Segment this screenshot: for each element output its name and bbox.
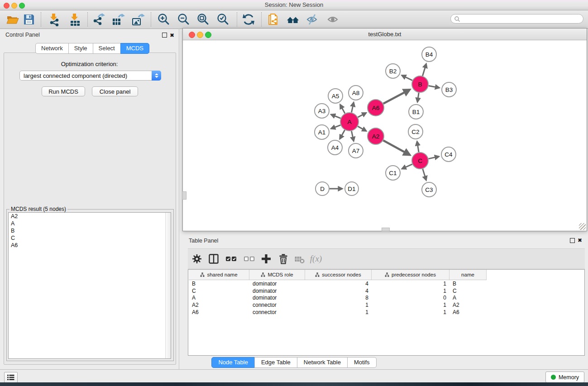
mcds-result-item[interactable]: A (9, 220, 171, 227)
save-session-icon[interactable] (22, 12, 36, 27)
search-input[interactable] (460, 15, 575, 23)
table-row[interactable]: Adominator80A (189, 295, 585, 302)
cell-shared-name[interactable]: C (189, 288, 249, 294)
edge-A-A8[interactable] (352, 102, 354, 112)
table-row[interactable]: Cdominator41C (189, 287, 585, 295)
table-panel-float-icon[interactable] (570, 238, 575, 243)
cell-shared-name[interactable]: A (189, 295, 249, 301)
cell-successor-nodes[interactable]: 8 (305, 295, 372, 301)
select-all-columns-icon[interactable] (225, 252, 238, 266)
export-network-icon[interactable] (91, 12, 106, 27)
result-list-scrollbar[interactable] (165, 213, 171, 358)
tab-node-table[interactable]: Node Table (211, 357, 255, 368)
column-header-MCDS-role[interactable]: MCDS role (249, 270, 305, 280)
import-table-icon[interactable] (68, 12, 82, 27)
toggle-column-views-icon[interactable] (207, 252, 220, 266)
tab-mcds[interactable]: MCDS (120, 43, 149, 54)
column-header-shared-name[interactable]: shared name (189, 270, 249, 280)
run-mcds-button[interactable]: Run MCDS (42, 86, 85, 96)
table-panel-close-icon[interactable]: ✖ (578, 238, 582, 243)
column-header-predecessor-nodes[interactable]: predecessor nodes (372, 270, 449, 280)
edge-C-C4[interactable] (429, 157, 439, 159)
mcds-result-item[interactable]: A6 (9, 242, 171, 249)
cell-name[interactable]: B (449, 281, 487, 287)
mcds-result-item[interactable]: C (9, 234, 171, 242)
cell-shared-name[interactable]: B (189, 281, 249, 287)
edge-A-A2[interactable] (358, 126, 366, 131)
cell-predecessor-nodes[interactable]: 1 (372, 281, 449, 287)
tab-select[interactable]: Select (93, 43, 121, 54)
hide-graphics-details-icon[interactable] (305, 12, 320, 27)
cell-name[interactable]: C (449, 288, 487, 294)
edge-A-A4[interactable] (340, 130, 345, 139)
network-window-titlebar[interactable]: testGlobe.txt (183, 29, 587, 40)
deselect-all-columns-icon[interactable] (243, 252, 256, 266)
mcds-result-item[interactable]: A2 (9, 213, 171, 220)
mcds-result-list[interactable]: A2ABCA6 (8, 212, 171, 359)
network-resize-grip[interactable] (579, 223, 586, 230)
network-graph-canvas[interactable]: AA1A3A5A8A4A7A6A2BB2B4B3B1CC2C4C1C3DD1 (183, 40, 587, 231)
edge-A-A5[interactable] (340, 105, 345, 113)
edge-A-A6[interactable] (358, 113, 366, 117)
cell-successor-nodes[interactable]: 1 (305, 302, 372, 308)
show-graphics-details-icon[interactable] (326, 12, 340, 27)
zoom-fit-icon[interactable] (196, 12, 210, 27)
edge-C-C3[interactable] (423, 169, 426, 180)
table-row[interactable]: A2connector11A2 (189, 301, 585, 309)
edge-B-B3[interactable] (429, 86, 440, 88)
cell-name[interactable]: A (449, 295, 487, 301)
cell-shared-name[interactable]: A2 (189, 302, 249, 308)
cell-predecessor-nodes[interactable]: 1 (372, 288, 449, 294)
zoom-in-icon[interactable] (156, 12, 171, 27)
cell-successor-nodes[interactable]: 1 (305, 309, 372, 315)
edge-A-A1[interactable] (331, 125, 341, 129)
mcds-result-item[interactable]: B (9, 227, 171, 234)
cell-MCDS-role[interactable]: connector (249, 309, 305, 315)
search-field[interactable] (450, 14, 583, 24)
cell-predecessor-nodes[interactable]: 0 (372, 295, 449, 301)
table-row[interactable]: A6connector11A6 (189, 309, 585, 316)
zoom-out-icon[interactable] (176, 12, 191, 27)
tab-network-table[interactable]: Network Table (297, 357, 348, 368)
edge-B-B1[interactable] (417, 93, 419, 102)
tab-edge-table[interactable]: Edge Table (254, 357, 297, 368)
network-vertical-scrollbar[interactable] (182, 191, 186, 200)
edge-C-C2[interactable] (417, 142, 419, 152)
edge-C-C1[interactable] (402, 164, 412, 169)
node-table[interactable]: shared name MCDS role successor nodes pr… (188, 269, 585, 356)
cell-shared-name[interactable]: A6 (189, 309, 249, 315)
control-panel-close-icon[interactable]: ✖ (170, 33, 174, 38)
delete-table-icon[interactable] (293, 252, 306, 266)
open-session-icon[interactable] (5, 12, 20, 27)
edge-B-B4[interactable] (423, 64, 426, 76)
table-row[interactable]: Bdominator41B (189, 280, 585, 287)
add-column-icon[interactable] (259, 252, 273, 266)
import-network-icon[interactable] (47, 12, 62, 27)
new-network-from-selection-icon[interactable] (266, 12, 281, 27)
tab-network[interactable]: Network (35, 43, 69, 54)
edge-A-A7[interactable] (352, 131, 354, 141)
cell-name[interactable]: A6 (449, 309, 487, 315)
refresh-layout-icon[interactable] (241, 12, 256, 27)
edge-A6-B[interactable] (383, 90, 410, 104)
network-window[interactable]: testGlobe.txt AA1A3A5A8A4A7A6A2BB2B4B3B1… (182, 28, 587, 231)
edge-B-B2[interactable] (402, 76, 412, 81)
cell-successor-nodes[interactable]: 4 (305, 281, 372, 287)
optimization-dropdown[interactable]: largest connected component (directed) (19, 71, 161, 81)
close-panel-button[interactable]: Close panel (92, 86, 138, 96)
cell-MCDS-role[interactable]: dominator (249, 288, 305, 294)
task-history-button[interactable] (4, 372, 18, 383)
network-horizontal-scrollbar[interactable] (382, 228, 390, 231)
column-header-successor-nodes[interactable]: successor nodes (305, 270, 372, 280)
cell-MCDS-role[interactable]: dominator (249, 281, 305, 287)
show-home-networks-icon[interactable] (286, 12, 300, 27)
cell-MCDS-role[interactable]: connector (249, 302, 305, 308)
zoom-selected-icon[interactable] (215, 12, 230, 27)
function-builder-icon[interactable]: f(x) (309, 252, 323, 266)
edge-A2-C[interactable] (383, 140, 410, 155)
edge-A-A3[interactable] (331, 114, 340, 118)
tab-motifs[interactable]: Motifs (347, 357, 377, 368)
cell-predecessor-nodes[interactable]: 1 (372, 302, 449, 308)
cell-MCDS-role[interactable]: dominator (249, 295, 305, 301)
table-options-gear-icon[interactable] (190, 252, 204, 266)
